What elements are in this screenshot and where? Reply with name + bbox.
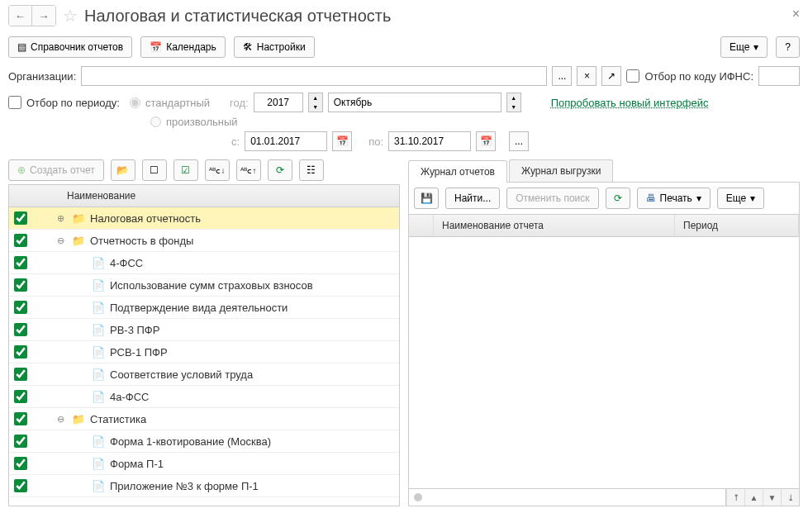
- tree-row[interactable]: 📄Использование сумм страховых взносов: [9, 274, 399, 297]
- col-period[interactable]: Период: [675, 215, 799, 236]
- settings-button[interactable]: 🛠 Настройки: [234, 36, 315, 58]
- to-date-input[interactable]: [388, 131, 471, 151]
- more-button[interactable]: Еще ▾: [720, 36, 768, 58]
- org-input[interactable]: [81, 66, 547, 86]
- custom-radio[interactable]: произвольный: [150, 116, 238, 128]
- row-checkbox[interactable]: [14, 368, 27, 381]
- help-button[interactable]: ?: [776, 36, 800, 58]
- tree-row[interactable]: 📄Соответствие условий труда: [9, 363, 399, 386]
- journal-table-body: [409, 237, 799, 488]
- row-checkbox[interactable]: [14, 256, 27, 269]
- open-folder-button[interactable]: 📂: [111, 159, 135, 181]
- row-checkbox[interactable]: [14, 301, 27, 314]
- from-date-input[interactable]: [245, 131, 327, 151]
- expand-icon[interactable]: ⊖: [54, 235, 67, 246]
- org-open-button[interactable]: ↗: [601, 66, 621, 86]
- tree-row[interactable]: ⊕📁Налоговая отчетность: [9, 207, 399, 230]
- document-icon: 📄: [92, 324, 105, 336]
- org-clear-button[interactable]: ×: [577, 66, 596, 86]
- ifns-checkbox[interactable]: [626, 69, 639, 83]
- row-checkbox[interactable]: [14, 435, 27, 448]
- row-checkbox[interactable]: [14, 479, 27, 492]
- tree-row[interactable]: 📄РСВ-1 ПФР: [9, 341, 399, 363]
- nav-buttons: ← →: [8, 5, 56, 26]
- tree-row[interactable]: 📄Приложение №3 к форме П-1: [9, 475, 399, 497]
- tab-journal-export[interactable]: Журнал выгрузки: [509, 159, 614, 182]
- scroll-track[interactable]: [427, 492, 725, 503]
- org-select-button[interactable]: ...: [552, 66, 572, 86]
- check-all-button[interactable]: ☑: [173, 159, 198, 181]
- row-checkbox[interactable]: [14, 457, 27, 470]
- sort-desc-icon: ᴬᴮᴄ↓: [209, 166, 225, 175]
- period-checkbox[interactable]: [8, 96, 21, 109]
- save-icon: 💾: [421, 192, 433, 204]
- cancel-find-button[interactable]: Отменить поиск: [506, 188, 598, 209]
- row-label: 4-ФСС: [110, 257, 143, 269]
- tree-row[interactable]: 📄Подтверждение вида деятельности: [9, 297, 399, 319]
- scroll-up-button[interactable]: ▲: [744, 489, 763, 506]
- uncheck-all-button[interactable]: ☐: [142, 159, 167, 181]
- save-button[interactable]: 💾: [414, 188, 439, 209]
- refresh-right-button[interactable]: ⟳: [606, 188, 630, 209]
- close-icon[interactable]: ×: [792, 7, 800, 21]
- tree-row[interactable]: ⊖📁Отчетность в фонды: [9, 230, 399, 252]
- row-checkbox[interactable]: [14, 234, 27, 247]
- standard-radio[interactable]: стандартный: [130, 97, 210, 109]
- reports-guide-button[interactable]: ▤ Справочник отчетов: [8, 36, 132, 58]
- year-spinner[interactable]: ▲▼: [308, 93, 323, 112]
- tab-journal-reports[interactable]: Журнал отчетов: [408, 160, 507, 183]
- range-choose-button[interactable]: ...: [509, 131, 529, 151]
- document-icon: 📄: [92, 480, 105, 492]
- star-icon[interactable]: ☆: [63, 6, 78, 26]
- expand-icon[interactable]: ⊕: [54, 213, 67, 224]
- row-checkbox[interactable]: [14, 345, 27, 359]
- scroll-top-button[interactable]: ⤒: [726, 489, 744, 506]
- tree-header-name[interactable]: Наименование: [9, 185, 399, 207]
- print-button[interactable]: 🖶 Печать ▾: [637, 188, 711, 209]
- right-more-button[interactable]: Еще ▾: [717, 188, 764, 209]
- year-label: год:: [230, 97, 249, 109]
- tree-row[interactable]: 📄4-ФСС: [9, 252, 399, 274]
- expand-icon[interactable]: ⊖: [54, 414, 67, 425]
- row-checkbox[interactable]: [14, 278, 27, 292]
- forward-button[interactable]: →: [32, 6, 55, 26]
- tree-row[interactable]: 📄Форма 1-квотирование (Москва): [9, 430, 399, 453]
- tree-row[interactable]: 📄Форма П-1: [9, 453, 399, 475]
- abc-asc-button[interactable]: ᴬᴮᴄ↑: [236, 159, 261, 181]
- row-checkbox[interactable]: [14, 412, 27, 425]
- main-toolbar: ▤ Справочник отчетов 📅 Календарь 🛠 Настр…: [0, 31, 808, 63]
- month-input[interactable]: [328, 93, 501, 112]
- right-panel: Журнал отчетов Журнал выгрузки 💾 Найти..…: [408, 159, 800, 506]
- col-name[interactable]: Наименование отчета: [434, 215, 675, 236]
- standard-label: стандартный: [145, 97, 210, 109]
- row-checkbox[interactable]: [14, 390, 27, 403]
- reports-guide-label: Справочник отчетов: [31, 41, 123, 53]
- create-report-button[interactable]: ⊕ Создать отчет: [8, 159, 104, 181]
- tree-row[interactable]: ⊖📁Статистика: [9, 408, 399, 430]
- tree-row[interactable]: 📄4а-ФСС: [9, 386, 399, 408]
- find-button[interactable]: Найти...: [445, 188, 500, 209]
- refresh-left-button[interactable]: ⟳: [268, 159, 292, 181]
- try-new-link[interactable]: Попробовать новый интерфейс: [551, 97, 709, 109]
- tree-row[interactable]: 📄РВ-3 ПФР: [9, 319, 399, 341]
- create-label: Создать отчет: [30, 164, 95, 176]
- scroll-indicator[interactable]: [414, 493, 422, 501]
- row-checkbox[interactable]: [14, 211, 27, 225]
- from-calendar-button[interactable]: 📅: [332, 131, 352, 151]
- month-spinner[interactable]: ▲▼: [506, 93, 521, 112]
- ifns-input[interactable]: [758, 66, 800, 86]
- folder-icon: 📁: [72, 212, 85, 225]
- scroll-bottom-button[interactable]: ⤓: [781, 489, 799, 506]
- tree-button[interactable]: ☷: [299, 159, 324, 181]
- abc-desc-button[interactable]: ᴬᴮᴄ↓: [205, 159, 230, 181]
- to-calendar-button[interactable]: 📅: [476, 131, 496, 151]
- calendar-button[interactable]: 📅 Календарь: [140, 36, 226, 58]
- col-icon[interactable]: [409, 215, 434, 236]
- back-button[interactable]: ←: [9, 6, 32, 26]
- year-input[interactable]: [254, 93, 303, 112]
- row-label: Подтверждение вида деятельности: [110, 302, 288, 314]
- document-icon: 📄: [92, 279, 105, 292]
- row-checkbox[interactable]: [14, 323, 27, 336]
- chevron-down-icon: ▾: [696, 192, 701, 204]
- scroll-down-button[interactable]: ▼: [763, 489, 781, 506]
